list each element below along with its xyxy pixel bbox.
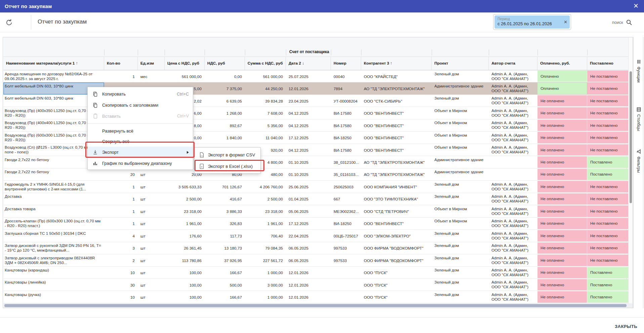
cell-vat[interactable]: 701 126,67 bbox=[205, 181, 245, 192]
cell-name[interactable]: Затвор дисковый с электроприводом 082Х44… bbox=[3, 254, 104, 266]
cell-author[interactable]: Admin А. А. (Админ, ООО "СК АМАНАТ") bbox=[489, 205, 538, 217]
cell-unit[interactable]: шт bbox=[138, 193, 165, 205]
cell-price[interactable]: 176,60 bbox=[165, 230, 205, 242]
table-row[interactable]: Гвозди 2,7х22 по бетону20шт20,0080,00480… bbox=[3, 169, 629, 181]
cell-author[interactable]: Admin А. А. (Админ, ООО "СК АМАНАТ") bbox=[489, 144, 538, 156]
cell-vat[interactable]: 892,67 bbox=[205, 119, 245, 131]
menu-item-copy[interactable]: Копировать Ctrl+C bbox=[88, 88, 193, 100]
menu-item-collapse-all[interactable]: Свернуть всё bbox=[88, 136, 193, 147]
cell-delivered-status[interactable]: Не поставлено bbox=[587, 132, 629, 143]
cell-paid-status[interactable]: Не оплачено bbox=[538, 267, 587, 279]
cell-project[interactable]: Объект в Мирном bbox=[432, 107, 489, 119]
table-row[interactable]: Канцтовары (ручка)10шт100,00166,671 000,… bbox=[3, 291, 629, 303]
cell-vat[interactable]: 1 268,00 bbox=[205, 107, 245, 119]
cell-vat[interactable]: 166,67 bbox=[205, 291, 245, 303]
cell-vat[interactable]: 500,00 bbox=[205, 279, 245, 291]
cell-unit[interactable]: шт bbox=[138, 181, 165, 192]
cell-paid-status[interactable]: Не оплачено bbox=[538, 205, 587, 217]
column-header-2[interactable]: Ед.изм bbox=[138, 57, 165, 70]
cell-number[interactable]: ВИ-18250 bbox=[331, 132, 361, 143]
cell-paid-status[interactable]: Оплачено bbox=[538, 70, 587, 82]
cell-delivered-status[interactable]: Не поставлено bbox=[587, 70, 629, 82]
cell-delivered-status[interactable]: Поставлено bbox=[587, 291, 629, 303]
cell-contractor[interactable]: ООО "КРАЙСТЕД" bbox=[361, 70, 432, 82]
menu-item-paste[interactable]: Вставить Ctrl+V bbox=[88, 111, 193, 121]
cell-date[interactable]: 12.01.2026 bbox=[286, 267, 331, 279]
cell-unit[interactable]: шт bbox=[138, 254, 165, 266]
cell-author[interactable]: Admin А. А. (Админ, ООО "СК АМАНАТ") bbox=[489, 218, 538, 229]
cell-unit[interactable]: шт bbox=[138, 279, 165, 291]
cell-name[interactable]: Аренда помещения по договору №82/06А-25 … bbox=[3, 70, 104, 82]
cell-date[interactable]: 04.12.2025 bbox=[286, 144, 331, 156]
column-header-1[interactable]: Кол-во bbox=[104, 57, 138, 70]
column-header-12[interactable]: Поставлено bbox=[587, 57, 629, 70]
cell-paid-status[interactable]: Не оплачено bbox=[538, 230, 587, 242]
cell-date[interactable]: 12.01.2026 bbox=[286, 82, 331, 94]
cell-delivered-status[interactable]: Не поставлено bbox=[587, 230, 629, 242]
column-header-0[interactable]: Наименование материала/услуги 1↑ bbox=[3, 57, 104, 70]
cell-date[interactable]: 12.01.2026 bbox=[286, 279, 331, 291]
cell-number[interactable]: 00040 bbox=[331, 70, 361, 82]
cell-number[interactable]: 997533 bbox=[331, 254, 361, 266]
cell-vat[interactable]: 13 180,73 bbox=[205, 242, 245, 254]
tab-filters[interactable]: Фильтры bbox=[634, 149, 644, 173]
cell-price[interactable]: 100,00 bbox=[165, 267, 205, 279]
table-row[interactable]: Дроссель-клапан (Пр) (600х300 L300 (оц.с… bbox=[3, 218, 629, 230]
cell-vat[interactable]: 166,67 bbox=[205, 267, 245, 279]
cell-project[interactable]: Объект в Мирном bbox=[432, 218, 489, 229]
cell-author[interactable] bbox=[489, 156, 538, 168]
cell-price[interactable]: 26 361,45 bbox=[165, 242, 205, 254]
table-row[interactable]: Затвор дисковой с рукояткой ЗДМ DN 250 P… bbox=[3, 242, 629, 254]
horizontal-scrollbar-thumb[interactable] bbox=[4, 304, 627, 307]
cell-author[interactable]: Admin А. А. (Админ, ООО "СК АМАНАТ") bbox=[489, 291, 538, 303]
cell-project[interactable]: Объект в Мирном bbox=[432, 132, 489, 143]
cell-name[interactable]: Гидромодуль 2 х YMHK-SINGLE-I-15,0 (для … bbox=[3, 181, 104, 192]
cell-delivered-status[interactable]: Поставлено bbox=[587, 156, 629, 168]
cell-name[interactable]: Канцтовары (линейка) bbox=[3, 279, 104, 291]
close-icon[interactable]: ✕ bbox=[633, 2, 639, 10]
cell-contractor[interactable]: ООО "ВЕНТИНВЕСТ" bbox=[361, 218, 432, 229]
cell-contractor[interactable]: ООО "ПУСК" bbox=[361, 267, 432, 279]
cell-project[interactable]: Административное здание bbox=[432, 82, 489, 94]
cell-date[interactable]: 04.12.2025 bbox=[286, 119, 331, 131]
cell-qty[interactable]: 20 bbox=[104, 169, 138, 180]
cell-paid-status[interactable]: Не оплачено bbox=[538, 193, 587, 205]
cell-contractor[interactable]: ООО "ВЕНТИНВЕСТ" bbox=[361, 144, 432, 156]
cell-number[interactable]: ВИ-18250 bbox=[331, 218, 361, 229]
cell-delivered-status[interactable]: Не поставлено bbox=[587, 193, 629, 205]
cell-unit[interactable]: шт bbox=[138, 169, 165, 180]
cell-project[interactable]: Зеленый дом bbox=[432, 181, 489, 192]
cell-date[interactable]: 01.04.2025 bbox=[286, 193, 331, 205]
cell-paid-status[interactable]: Не оплачено bbox=[538, 169, 587, 180]
cell-delivered-status[interactable]: Не поставлено bbox=[587, 242, 629, 254]
cell-vat[interactable]: 3 886,33 bbox=[205, 205, 245, 217]
cell-unit[interactable]: шт bbox=[138, 242, 165, 254]
cell-number[interactable]: ВИ-17580 bbox=[331, 107, 361, 119]
cell-price[interactable]: 23 318,00 bbox=[165, 205, 205, 217]
cell-delivered-status[interactable]: Не поставлено bbox=[587, 82, 629, 94]
tab-columns[interactable]: Столбцы bbox=[634, 107, 644, 131]
cell-contractor[interactable]: ООО "ЗТО ТИФЛОТЕХНИКА" bbox=[361, 193, 432, 205]
cell-number[interactable]: 35_0116103... bbox=[331, 169, 361, 180]
cell-paid-status[interactable]: Не оплачено bbox=[538, 95, 587, 107]
cell-delivered-status[interactable]: Не поставлено bbox=[587, 181, 629, 192]
column-header-3[interactable]: Цена с НДС, руб bbox=[165, 57, 205, 70]
table-row[interactable]: Канцтовары (линейка)30шт100,00500,003 00… bbox=[3, 279, 629, 291]
cell-contractor[interactable]: ООО "СТД "ПЕТРОВИЧ" bbox=[361, 205, 432, 217]
cell-date[interactable]: 06.05.2025 bbox=[286, 254, 331, 266]
cell-name[interactable]: Доставка товара bbox=[3, 205, 104, 217]
cell-author[interactable]: Admin А. А. (Админ, ООО "СК АМАНАТ") bbox=[489, 107, 538, 119]
cell-paid-status[interactable]: Не оплачено bbox=[538, 107, 587, 119]
cell-author[interactable]: Admin А. А. (Админ, ООО "СК АМАНАТ") bbox=[489, 242, 538, 254]
submenu-item-export-xlsx[interactable]: x Экспорт в Excel (.xlsx) bbox=[195, 160, 260, 172]
cell-number[interactable]: 250625003 bbox=[331, 181, 361, 192]
cell-unit[interactable]: шт bbox=[138, 267, 165, 279]
cell-price[interactable]: 2 500,00 bbox=[165, 193, 205, 205]
cell-date[interactable]: 17.12.2025 bbox=[286, 132, 331, 143]
cell-delivered-status[interactable]: Не поставлено bbox=[587, 205, 629, 217]
cell-author[interactable]: Admin А. А. (Админ, ООО "СК АМАНАТ") bbox=[489, 181, 538, 192]
cell-delivered-status[interactable]: Не поставлено bbox=[587, 254, 629, 266]
cell-contractor[interactable]: ООО ФИРМА "ВОДОКОМФОРТ" bbox=[361, 254, 432, 266]
cell-number[interactable]: 997533 bbox=[331, 242, 361, 254]
cell-number[interactable]: УТ-00008204 bbox=[331, 95, 361, 107]
